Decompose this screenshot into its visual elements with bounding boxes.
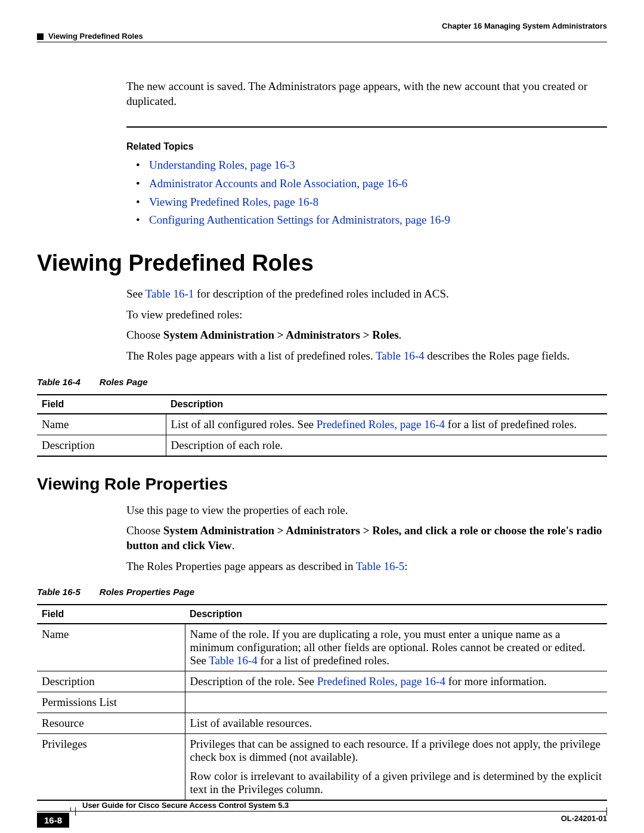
table-row: Name List of all configured roles. See P… bbox=[37, 414, 607, 435]
paragraph: Use this page to view the properties of … bbox=[126, 503, 607, 518]
chapter-label: Chapter 16 Managing System Administrator… bbox=[442, 21, 607, 30]
page-number: 16-8 bbox=[37, 813, 69, 828]
intro-block: The new account is saved. The Administra… bbox=[126, 79, 607, 128]
col-header-field: Field bbox=[37, 395, 166, 414]
paragraph: Choose System Administration > Administr… bbox=[126, 328, 607, 343]
header-breadcrumb: Viewing Predefined Roles bbox=[48, 32, 143, 41]
cell-field: Description bbox=[37, 435, 166, 456]
cell-desc bbox=[185, 692, 607, 713]
link[interactable]: Configuring Authentication Settings for … bbox=[149, 213, 450, 226]
table-16-4-block: Table 16-4Roles Page Field Description N… bbox=[37, 377, 607, 457]
table-16-5-block: Table 16-5Roles Properties Page Field De… bbox=[37, 587, 607, 801]
table-row: Privileges Privileges that can be assign… bbox=[37, 734, 607, 801]
table-caption: Table 16-5Roles Properties Page bbox=[37, 587, 607, 597]
link[interactable]: Viewing Predefined Roles, page 16-8 bbox=[149, 196, 318, 208]
link[interactable]: Predefined Roles, page 16-4 bbox=[317, 675, 445, 688]
cell-desc: Description of the role. See Predefined … bbox=[185, 671, 607, 692]
paragraph: To view predefined roles: bbox=[126, 308, 607, 323]
intro-paragraph: The new account is saved. The Administra… bbox=[126, 79, 607, 109]
list-item: Configuring Authentication Settings for … bbox=[141, 213, 607, 228]
paragraph: The Roles Properties page appears as des… bbox=[126, 559, 607, 574]
table-row: Permissions List bbox=[37, 692, 607, 713]
link[interactable]: Understanding Roles, page 16-3 bbox=[149, 159, 295, 171]
paragraph: See Table 16-1 for description of the pr… bbox=[126, 287, 607, 302]
table-row: Description Description of the role. See… bbox=[37, 671, 607, 692]
col-header-desc: Description bbox=[166, 395, 607, 414]
doc-code: OL-24201-01 bbox=[561, 814, 607, 823]
table-row: Resource List of available resources. bbox=[37, 713, 607, 734]
paragraph: The Roles page appears with a list of pr… bbox=[126, 349, 607, 364]
running-header: Chapter 16 Managing System Administrator… bbox=[37, 21, 607, 42]
related-topics-list: Understanding Roles, page 16-3 Administr… bbox=[126, 158, 607, 228]
cell-desc: Privileges that can be assigned to each … bbox=[185, 734, 607, 801]
link[interactable]: Administrator Accounts and Role Associat… bbox=[149, 177, 407, 190]
table-16-5: Field Description Name Name of the role.… bbox=[37, 604, 607, 801]
page-footer: User Guide for Cisco Secure Access Contr… bbox=[37, 811, 607, 828]
link[interactable]: Table 16-1 bbox=[145, 287, 194, 300]
table-caption: Table 16-4Roles Page bbox=[37, 377, 607, 387]
table-16-4: Field Description Name List of all confi… bbox=[37, 394, 607, 457]
cell-field: Resource bbox=[37, 713, 185, 734]
cell-field: Privileges bbox=[37, 734, 185, 801]
section-heading: Viewing Predefined Roles bbox=[37, 250, 607, 276]
link[interactable]: Table 16-5 bbox=[356, 560, 405, 572]
paragraph: Choose System Administration > Administr… bbox=[126, 524, 607, 553]
cell-desc: List of available resources. bbox=[185, 713, 607, 734]
section1-body: See Table 16-1 for description of the pr… bbox=[126, 287, 607, 364]
cell-desc: Name of the role. If you are duplicating… bbox=[185, 624, 607, 671]
cell-field: Description bbox=[37, 671, 185, 692]
related-topics: Related Topics Understanding Roles, page… bbox=[126, 141, 607, 228]
list-item: Administrator Accounts and Role Associat… bbox=[141, 176, 607, 191]
subsection-heading: Viewing Role Properties bbox=[37, 475, 607, 494]
list-item: Viewing Predefined Roles, page 16-8 bbox=[141, 195, 607, 210]
table-row: Description Description of each role. bbox=[37, 435, 607, 456]
cell-desc: Description of each role. bbox=[166, 435, 607, 456]
col-header-field: Field bbox=[37, 605, 185, 624]
list-item: Understanding Roles, page 16-3 bbox=[141, 158, 607, 173]
footer-guide-title: User Guide for Cisco Secure Access Contr… bbox=[82, 801, 292, 810]
related-topics-heading: Related Topics bbox=[126, 141, 607, 153]
cell-field: Name bbox=[37, 414, 166, 435]
section2-body: Use this page to view the properties of … bbox=[126, 503, 607, 574]
cell-field: Name bbox=[37, 624, 185, 671]
cell-field: Permissions List bbox=[37, 692, 185, 713]
square-icon bbox=[37, 33, 44, 40]
table-row: Name Name of the role. If you are duplic… bbox=[37, 624, 607, 671]
cell-desc: List of all configured roles. See Predef… bbox=[166, 414, 607, 435]
link[interactable]: Predefined Roles, page 16-4 bbox=[317, 418, 445, 431]
link[interactable]: Table 16-4 bbox=[209, 654, 258, 667]
col-header-desc: Description bbox=[185, 605, 607, 624]
link[interactable]: Table 16-4 bbox=[376, 349, 425, 362]
